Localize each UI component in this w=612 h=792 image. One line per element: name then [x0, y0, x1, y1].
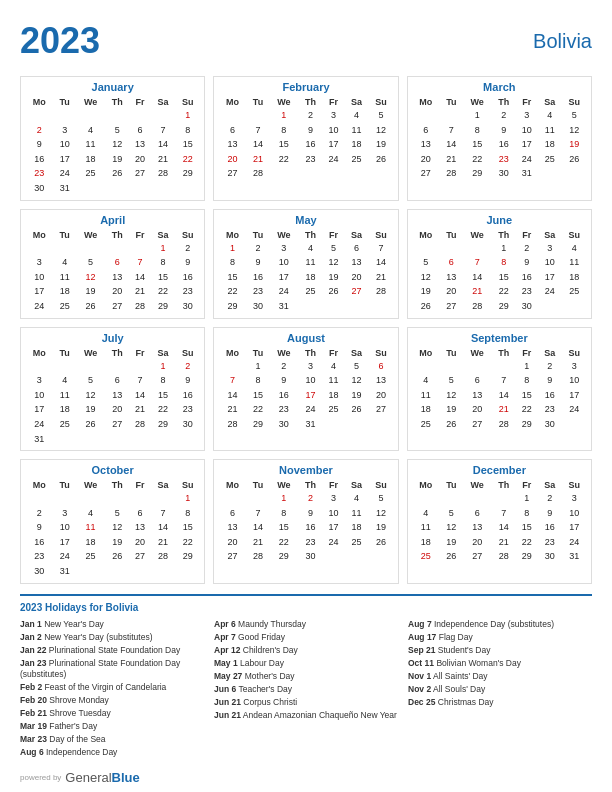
calendar-day: 23 [247, 284, 270, 299]
day-header: We [269, 479, 298, 491]
calendar-day: 4 [344, 491, 368, 506]
calendar-day: 29 [463, 166, 492, 181]
calendar-day: 23 [269, 402, 298, 417]
month-block: FebruaryMoTuWeThFrSaSu123456789101112131… [213, 76, 398, 201]
calendar-day: 6 [105, 255, 129, 270]
calendar-day: 28 [218, 417, 246, 432]
calendar-day: 7 [151, 506, 175, 521]
calendar-day: 13 [463, 520, 492, 535]
calendar-day: 15 [269, 520, 298, 535]
calendar-day [269, 166, 298, 181]
day-header: Sa [538, 347, 562, 359]
calendar-day [53, 359, 76, 374]
day-header: Th [105, 479, 129, 491]
calendar-day: 18 [538, 137, 562, 152]
calendar-day [129, 181, 151, 196]
day-header: We [76, 229, 105, 241]
calendar-day: 16 [538, 520, 562, 535]
calendar-day: 19 [368, 137, 393, 152]
calendar-day [322, 166, 344, 181]
calendar-table: MoTuWeThFrSaSu12345678910111213141516171… [218, 229, 393, 314]
calendar-day: 21 [492, 535, 516, 550]
calendar-day [25, 241, 53, 256]
calendar-day [105, 108, 129, 123]
holiday-name: Flag Day [439, 632, 473, 642]
holiday-date: Sep 21 [408, 645, 435, 655]
calendar-day [129, 432, 151, 447]
holiday-item: Jan 22 Plurinational State Foundation Da… [20, 645, 204, 656]
calendar-day: 22 [269, 535, 298, 550]
day-header: Th [492, 347, 516, 359]
calendar-day: 26 [344, 402, 368, 417]
day-header: Tu [440, 479, 463, 491]
holiday-date: Nov 1 [408, 671, 431, 681]
calendar-day: 28 [368, 284, 393, 299]
calendar-day: 5 [344, 359, 368, 374]
calendar-day: 30 [492, 166, 516, 181]
calendar-day: 25 [344, 152, 368, 167]
calendar-day: 17 [53, 152, 76, 167]
calendar-day: 29 [492, 299, 516, 314]
calendar-day [76, 241, 105, 256]
day-header: Mo [218, 347, 246, 359]
calendar-day [322, 299, 344, 314]
calendar-day: 24 [25, 299, 53, 314]
calendar-table: MoTuWeThFrSaSu12345678910111213141516171… [25, 479, 200, 579]
day-header: Mo [25, 96, 53, 108]
calendar-day: 20 [218, 152, 246, 167]
calendar-day: 16 [175, 388, 200, 403]
calendar-day: 14 [129, 388, 151, 403]
holiday-name: Plurinational State Foundation Day [49, 645, 180, 655]
calendar-day: 15 [175, 520, 200, 535]
calendar-day: 14 [440, 137, 463, 152]
holiday-item: Jan 1 New Year's Day [20, 619, 204, 630]
calendar-day: 13 [129, 520, 151, 535]
calendar-day: 26 [412, 299, 440, 314]
holiday-item: Apr 7 Good Friday [214, 632, 398, 643]
calendar-day: 25 [412, 549, 440, 564]
calendar-day: 27 [368, 402, 393, 417]
calendar-day: 2 [25, 123, 53, 138]
calendar-day: 22 [218, 284, 246, 299]
holiday-name: Day of the Sea [49, 734, 105, 744]
holiday-name: Father's Day [49, 721, 97, 731]
calendar-day: 14 [218, 388, 246, 403]
calendar-day: 25 [538, 152, 562, 167]
month-title: April [25, 214, 200, 226]
holiday-item: Feb 2 Feast of the Virgin of Candelaria [20, 682, 204, 693]
holiday-date: Aug 17 [408, 632, 436, 642]
calendar-day: 5 [76, 373, 105, 388]
calendar-day: 3 [322, 108, 344, 123]
calendar-day: 2 [516, 241, 538, 256]
calendar-day [53, 108, 76, 123]
holiday-date: Oct 11 [408, 658, 434, 668]
calendar-day: 8 [175, 506, 200, 521]
calendar-day: 4 [76, 506, 105, 521]
calendar-day: 4 [53, 373, 76, 388]
calendar-day: 21 [129, 402, 151, 417]
holiday-date: May 1 [214, 658, 238, 668]
calendar-day: 24 [562, 535, 587, 550]
calendar-day: 21 [151, 535, 175, 550]
calendar-day: 30 [516, 299, 538, 314]
calendar-day: 16 [175, 270, 200, 285]
calendar-day [105, 181, 129, 196]
day-header: Sa [538, 96, 562, 108]
calendar-day: 2 [25, 506, 53, 521]
calendar-day: 13 [440, 270, 463, 285]
day-header: Su [562, 347, 587, 359]
calendar-day [25, 491, 53, 506]
calendar-day: 22 [492, 284, 516, 299]
calendar-day: 17 [53, 535, 76, 550]
calendar-day: 15 [516, 388, 538, 403]
calendar-day: 14 [492, 388, 516, 403]
holiday-name: Labour Day [240, 658, 284, 668]
day-header: Sa [151, 96, 175, 108]
calendar-day: 23 [492, 152, 516, 167]
calendar-day: 28 [492, 417, 516, 432]
holiday-item: Aug 6 Independence Day [20, 747, 204, 758]
calendar-day: 9 [25, 137, 53, 152]
calendar-day: 8 [151, 255, 175, 270]
calendar-day: 17 [25, 402, 53, 417]
calendar-day: 5 [368, 108, 393, 123]
